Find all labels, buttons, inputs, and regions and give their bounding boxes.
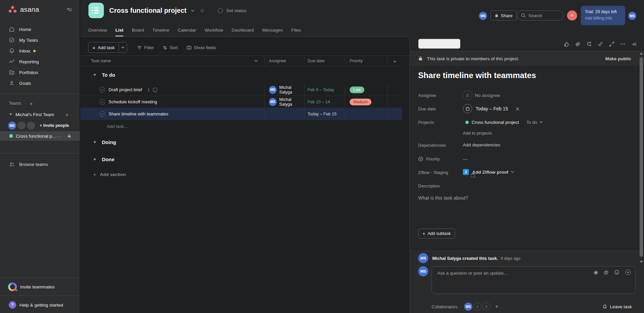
task-name-cell[interactable]: Share timeline with teammates <box>80 108 265 120</box>
column-header-assignee[interactable]: Assignee <box>265 56 305 66</box>
task-name[interactable]: Share timeline with teammates <box>109 111 168 116</box>
priority-cell[interactable]: Low <box>345 84 388 96</box>
leave-task-button[interactable]: Leave task <box>602 303 632 311</box>
due-date-cell[interactable]: Feb 9 – Today <box>305 84 345 96</box>
invite-teammates[interactable]: + Invite teammates <box>8 282 55 291</box>
sticker-icon[interactable]: ★ <box>625 270 631 275</box>
mark-complete-button[interactable]: Mark complete <box>418 39 460 49</box>
tab-timeline[interactable]: Timeline <box>152 24 169 36</box>
task-name-cell[interactable]: Schedule kickoff meeting <box>80 96 265 108</box>
add-column-button[interactable]: + <box>388 56 402 66</box>
section-caret-icon[interactable] <box>93 159 96 161</box>
sidebar-item-my-tasks[interactable]: My Tasks <box>0 35 80 45</box>
add-subtask-button[interactable]: + Add subtask <box>418 229 455 239</box>
browse-teams[interactable]: Browse teams <box>9 160 48 169</box>
priority-cell[interactable] <box>345 108 388 120</box>
column-header-task-name[interactable]: Task name <box>80 56 265 66</box>
assignee-cell[interactable]: MS Michal Salyga <box>265 84 305 96</box>
scrollbar-up-arrow[interactable] <box>640 53 643 55</box>
add-task-button[interactable]: +Add task <box>88 42 127 53</box>
column-header-priority[interactable]: Priority <box>345 56 388 66</box>
like-icon[interactable] <box>564 41 569 47</box>
project-icon[interactable] <box>88 3 104 18</box>
task-row-selected[interactable]: Share timeline with teammates Today – Fe… <box>80 108 402 120</box>
priority-cell[interactable]: Medium <box>345 96 388 108</box>
project-section-value[interactable]: To do <box>526 120 537 125</box>
ellipsis-icon[interactable]: ··· <box>56 133 62 139</box>
mention-icon[interactable]: @ <box>604 270 608 275</box>
avatar[interactable]: MS <box>479 12 487 20</box>
sidebar-item-reporting[interactable]: Reporting <box>0 56 80 67</box>
projects-field[interactable]: Cross functional project To do <box>466 117 543 127</box>
tab-messages[interactable]: Messages <box>262 24 283 36</box>
task-row[interactable]: Draft project brief 1 MS Michal Salyga F… <box>80 84 402 96</box>
more-options-icon[interactable] <box>620 41 626 47</box>
emoji-icon[interactable] <box>614 270 619 275</box>
avatar[interactable]: MS <box>628 12 636 20</box>
comment-input[interactable]: Ask a question or post an update... ◉ @ … <box>432 266 636 294</box>
add-team-icon[interactable]: + <box>30 101 33 106</box>
star-icon[interactable]: ☆ <box>200 7 205 14</box>
complete-check-icon[interactable] <box>99 99 105 105</box>
avatar[interactable]: MS <box>8 121 16 130</box>
tab-workflow[interactable]: Workflow <box>205 24 223 36</box>
sidebar-item-home[interactable]: Home <box>0 24 80 35</box>
section-header-done[interactable]: Done <box>80 153 402 165</box>
expand-icon[interactable] <box>609 41 614 47</box>
tab-list[interactable]: List <box>115 24 123 36</box>
chevron-down-icon[interactable] <box>254 60 258 62</box>
record-video-icon[interactable]: ◉ <box>594 270 598 275</box>
chevron-down-icon[interactable] <box>539 121 543 123</box>
assignee-avatar-placeholder-icon[interactable] <box>463 91 472 100</box>
clear-due-date-icon[interactable] <box>516 107 519 111</box>
task-name[interactable]: Schedule kickoff meeting <box>109 99 157 104</box>
link-icon[interactable] <box>598 41 603 47</box>
collapse-panel-icon[interactable] <box>631 42 637 47</box>
share-button[interactable]: Share <box>490 10 517 21</box>
add-collaborator-button[interactable]: + <box>495 304 498 310</box>
add-task-row[interactable]: Add task... <box>80 120 402 132</box>
add-dependencies-button[interactable]: Add dependencies <box>463 142 500 147</box>
filter-button[interactable]: Filter <box>137 45 154 50</box>
due-date-value[interactable]: Today – Feb 15 <box>476 106 508 111</box>
due-date-cell[interactable]: Feb 10 – 14 <box>305 96 345 108</box>
add-project-icon[interactable]: + <box>66 112 69 117</box>
add-task-dropdown[interactable] <box>119 42 127 53</box>
attachment-icon[interactable] <box>575 41 580 47</box>
add-billing-link[interactable]: Add billing info <box>585 15 621 22</box>
task-title[interactable]: Share timeline with teammates <box>418 71 536 80</box>
scrollbar-thumb[interactable] <box>640 57 643 257</box>
chevron-down-icon[interactable] <box>191 9 195 12</box>
section-caret-icon[interactable] <box>93 74 96 76</box>
subtask-icon[interactable] <box>586 42 592 47</box>
invite-people-button[interactable]: + Invite people <box>40 123 69 128</box>
assignee-cell[interactable]: MS Michal Salyga <box>265 96 305 108</box>
due-date-cell[interactable]: Today – Feb 15 <box>305 108 345 120</box>
column-header-due-date[interactable]: Due date <box>305 56 345 66</box>
create-button[interactable]: + <box>567 10 577 21</box>
sidebar-item-portfolios[interactable]: Portfolios <box>0 67 80 78</box>
sidebar-project-row[interactable]: Cross functional p... ··· <box>0 131 80 141</box>
due-date-field[interactable]: Today – Feb 15 <box>463 104 519 113</box>
add-ziflow-proof-button[interactable]: Add Ziflow proof <box>472 170 508 175</box>
section-header-doing[interactable]: Doing <box>80 136 402 148</box>
complete-check-icon[interactable] <box>99 111 105 117</box>
calendar-icon[interactable] <box>463 104 472 113</box>
tab-calendar[interactable]: Calendar <box>178 24 196 36</box>
assignee-value[interactable]: No assignee <box>475 93 500 98</box>
section-caret-icon[interactable] <box>93 141 96 143</box>
collapse-sidebar-icon[interactable] <box>66 7 72 12</box>
sort-button[interactable]: Sort <box>163 45 178 50</box>
priority-value[interactable]: — <box>463 156 468 162</box>
complete-check-icon[interactable] <box>99 87 105 93</box>
project-name[interactable]: Cross functional project <box>472 120 519 125</box>
set-status-label[interactable]: Set status <box>226 8 246 13</box>
scrollbar-down-arrow[interactable] <box>640 261 643 263</box>
add-to-projects-button[interactable]: Add to projects <box>463 131 492 136</box>
set-status-circle-icon[interactable] <box>218 8 223 13</box>
chevron-down-icon[interactable] <box>9 113 12 115</box>
add-section-button[interactable]: + Add section <box>80 169 402 180</box>
team-row[interactable]: Michal's First Team + <box>0 110 80 119</box>
tab-dashboard[interactable]: Dashboard <box>232 24 254 36</box>
tab-board[interactable]: Board <box>132 24 144 36</box>
